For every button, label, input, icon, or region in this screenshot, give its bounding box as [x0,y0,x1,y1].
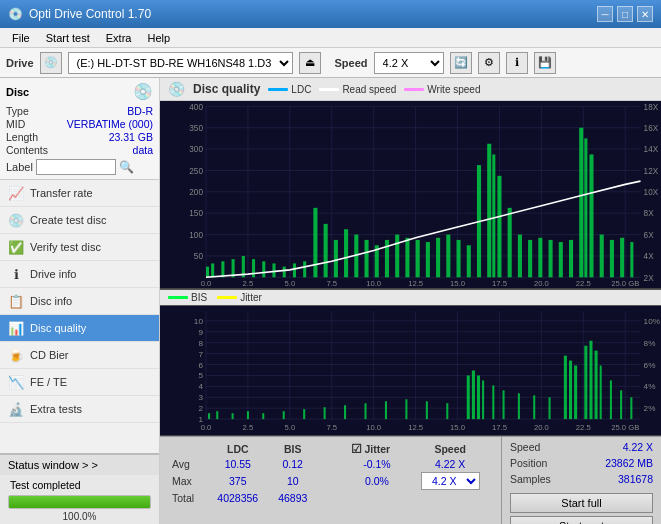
speed-badge-select[interactable]: 4.2 X [421,472,480,490]
svg-text:4X: 4X [644,251,654,261]
svg-rect-156 [574,366,577,420]
chart2-container: 10 9 8 7 6 5 4 3 2 1 10% [160,306,661,436]
nav-verify-test-disc-label: Verify test disc [30,241,101,253]
drive-label: Drive [6,57,34,69]
disc-contents-row: Contents data [6,144,153,156]
svg-rect-75 [569,240,573,277]
label-search-icon[interactable]: 🔍 [119,160,134,174]
svg-text:10.0: 10.0 [366,279,382,288]
svg-text:7: 7 [198,350,203,359]
svg-text:25.0 GB: 25.0 GB [611,423,639,432]
nav-transfer-rate-label: Transfer rate [30,187,93,199]
svg-rect-46 [283,267,286,278]
speed-label: Speed [335,57,368,69]
nav-drive-info[interactable]: ℹ Drive info [0,261,159,288]
disc-header: Disc 💿 [6,82,153,101]
transfer-rate-icon: 📈 [8,185,24,201]
nav-verify-test-disc[interactable]: ✅ Verify test disc [0,234,159,261]
nav-fe-te[interactable]: 📉 FE / TE [0,369,159,396]
main-layout: Disc 💿 Type BD-R MID VERBATIMe (000) Len… [0,78,661,524]
menu-start-test[interactable]: Start test [38,30,98,46]
col-bis: BIS [269,441,317,457]
svg-text:5.0: 5.0 [285,423,296,432]
svg-text:5: 5 [198,372,203,381]
disc-contents-label: Contents [6,144,48,156]
disc-panel-icon: 💿 [133,82,153,101]
read-speed-dot [319,88,339,91]
menu-file[interactable]: File [4,30,38,46]
stats-bar: LDC BIS ☑ Jitter Speed [160,436,661,524]
total-label: Total [168,491,207,505]
svg-text:400: 400 [189,101,203,111]
verify-test-disc-icon: ✅ [8,239,24,255]
svg-text:10%: 10% [644,317,660,326]
svg-rect-147 [477,375,480,419]
stats-total-row: Total 4028356 46893 [168,491,493,505]
nav-transfer-rate[interactable]: 📈 Transfer rate [0,180,159,207]
svg-rect-40 [221,261,224,277]
nav-cd-bier[interactable]: 🍺 CD Bier [0,342,159,369]
info-button[interactable]: ℹ [506,52,528,74]
legend-jitter: Jitter [217,292,262,303]
disc-quality-header: 💿 Disc quality LDC Read speed Write spee… [160,78,661,101]
nav-create-test-disc[interactable]: 💿 Create test disc [0,207,159,234]
chart1-svg: 400 350 300 250 200 150 100 50 18X 16X [160,101,661,288]
svg-rect-74 [559,242,563,277]
svg-rect-60 [426,242,430,277]
svg-text:4%: 4% [644,382,656,391]
svg-text:150: 150 [189,208,203,218]
start-part-button[interactable]: Start part [510,516,653,524]
menu-extra[interactable]: Extra [98,30,140,46]
disc-type-label: Type [6,105,29,117]
svg-rect-142 [405,399,407,419]
start-full-button[interactable]: Start full [510,493,653,513]
svg-rect-131 [208,413,210,419]
save-button[interactable]: 💾 [534,52,556,74]
speed-row-value: 4.22 X [623,441,653,453]
max-speed-select: 4.2 X [407,471,493,491]
avg-ldc: 10.55 [207,457,269,471]
menu-help[interactable]: Help [139,30,178,46]
drive-select[interactable]: (E:) HL-DT-ST BD-RE WH16NS48 1.D3 [68,52,293,74]
nav-disc-info[interactable]: 📋 Disc info [0,288,159,315]
svg-rect-48 [303,261,306,277]
status-window-button[interactable]: Status window > > [0,454,159,475]
col-jitter-header: ☑ Jitter [347,441,408,457]
maximize-button[interactable]: □ [617,6,633,22]
bis-dot [168,296,188,299]
close-button[interactable]: ✕ [637,6,653,22]
speed-select[interactable]: 4.2 X [374,52,444,74]
svg-text:22.5: 22.5 [576,279,592,288]
drive-icon-button[interactable]: 💿 [40,52,62,74]
stats-table: LDC BIS ☑ Jitter Speed [168,441,493,505]
svg-text:20.0: 20.0 [534,279,550,288]
svg-rect-148 [482,380,484,419]
svg-rect-59 [416,240,420,277]
nav-fe-te-label: FE / TE [30,376,67,388]
svg-rect-150 [503,390,505,419]
eject-button[interactable]: ⏏ [299,52,321,74]
nav-disc-quality[interactable]: 📊 Disc quality [0,315,159,342]
nav-extra-tests[interactable]: 🔬 Extra tests [0,396,159,423]
svg-rect-54 [364,240,368,277]
position-value: 23862 MB [605,457,653,469]
svg-rect-161 [610,380,612,419]
jitter-checkbox[interactable]: ☑ [351,442,362,456]
stats-avg-row: Avg 10.55 0.12 -0.1% 4.22 X [168,457,493,471]
ldc-dot [268,88,288,91]
svg-text:12X: 12X [644,165,659,175]
samples-label: Samples [510,473,551,485]
speed-row-label: Speed [510,441,540,453]
svg-rect-144 [446,403,448,419]
refresh-button[interactable]: 🔄 [450,52,472,74]
minimize-button[interactable]: ─ [597,6,613,22]
bottom-sidebar: Status window > > Test completed 100.0% [0,453,159,524]
disc-label-input[interactable] [36,159,116,175]
svg-text:4: 4 [198,382,203,391]
extra-tests-icon: 🔬 [8,401,24,417]
settings-button[interactable]: ⚙ [478,52,500,74]
disc-type-row: Type BD-R [6,105,153,117]
disc-length-value: 23.31 GB [109,131,153,143]
svg-text:9: 9 [198,328,203,337]
svg-rect-45 [272,263,275,277]
